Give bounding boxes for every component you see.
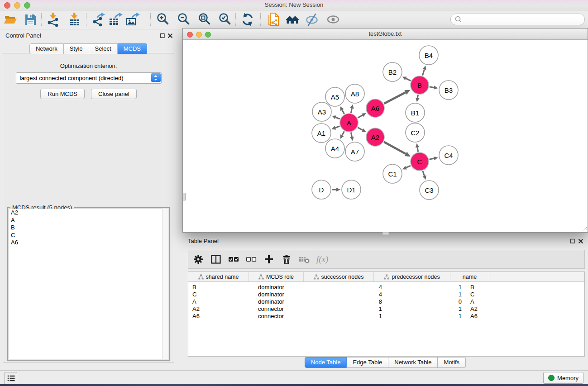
select-all-icon[interactable] [228,254,239,265]
float-table-panel-icon[interactable] [570,238,575,244]
result-item-a2[interactable]: A2 [9,209,168,217]
edge-C-C4[interactable] [429,158,434,159]
column-header-predecessor-nodes[interactable]: predecessor nodes [374,272,450,281]
export-table-icon[interactable] [108,12,123,27]
node-B1[interactable]: B1 [406,103,425,122]
edge-A6-B[interactable] [384,92,406,104]
node-B[interactable]: B [411,76,429,94]
search-input[interactable] [463,16,573,24]
open-session-icon[interactable] [3,12,18,27]
table-row-c[interactable]: Cdominator41C [188,291,584,298]
task-history-button[interactable] [5,372,17,385]
node-A6[interactable]: A6 [366,99,384,117]
result-item-b[interactable]: B [9,224,168,232]
result-scrollbar[interactable] [162,209,168,359]
node-A7[interactable]: A7 [345,142,364,161]
show-column-icon[interactable] [210,254,221,265]
edge-A2-C[interactable] [384,142,406,154]
zoom-in-icon[interactable] [155,12,171,27]
hide-selected-icon[interactable] [305,12,320,27]
result-item-a[interactable]: A [9,217,168,224]
edge-C-C1[interactable] [406,166,411,167]
node-C[interactable]: C [411,152,429,171]
export-image-icon[interactable] [125,12,140,27]
node-C1[interactable]: C1 [383,164,402,183]
node-B3[interactable]: B3 [439,81,458,100]
edge-B-B1[interactable] [417,95,418,98]
edge-A-A6[interactable] [358,115,363,118]
close-panel-button[interactable]: Close panel [91,89,137,99]
memory-button[interactable]: Memory [543,372,583,384]
tab-network-table[interactable]: Network Table [388,357,438,368]
edge-B-B4[interactable] [422,70,424,76]
import-table-icon[interactable] [67,12,82,27]
refresh-layout-icon[interactable] [240,12,255,27]
node-B4[interactable]: B4 [419,46,438,65]
node-C4[interactable]: C4 [439,146,458,165]
node-A[interactable]: A [340,114,358,132]
column-header-name[interactable]: name [450,272,489,281]
node-C3[interactable]: C3 [420,181,439,200]
edge-C-C3[interactable] [423,171,425,176]
node-A4[interactable]: A4 [325,139,344,158]
home-icon[interactable] [285,12,300,27]
settings-gear-icon[interactable] [193,254,204,265]
tab-style[interactable]: Style [64,43,89,54]
tab-mcds[interactable]: MCDS [118,43,147,54]
node-B2[interactable]: B2 [383,62,402,81]
edge-A-A4[interactable] [342,131,344,135]
edge-A-A2[interactable] [358,128,363,130]
delete-table-icon[interactable] [299,254,310,265]
close-table-panel-icon[interactable] [578,238,583,244]
tab-node-table[interactable]: Node Table [305,357,347,368]
edge-B-B3[interactable] [430,87,434,88]
edge-A-A8[interactable] [351,108,352,113]
optimization-select[interactable]: largest connected component (directed) [16,72,162,84]
table-row-a[interactable]: Adominator80A [188,298,584,305]
table-row-a6[interactable]: A6connector11A6 [188,312,584,319]
zoom-fit-icon[interactable] [197,12,212,27]
new-network-file-icon[interactable] [266,12,282,27]
node-D1[interactable]: D1 [342,180,361,199]
node-D[interactable]: D [312,180,331,199]
close-panel-icon[interactable] [167,33,173,38]
table-row-b[interactable]: Bdominator41B [188,283,584,291]
tab-edge-table[interactable]: Edge Table [347,357,388,368]
resize-grip-icon[interactable] [581,225,587,232]
node-A2[interactable]: A2 [366,128,384,146]
panel-divider-grip[interactable] [183,193,186,200]
node-A8[interactable]: A8 [345,84,364,103]
node-A5[interactable]: A5 [325,87,344,106]
node-A1[interactable]: A1 [312,124,331,143]
show-selected-icon[interactable] [325,12,341,27]
edge-B-B2[interactable] [406,78,411,81]
search-box[interactable] [450,14,585,25]
save-session-icon[interactable] [23,12,38,27]
column-header-MCDS-role[interactable]: MCDS role [249,272,304,281]
edge-A-A3[interactable] [336,117,340,119]
tab-select[interactable]: Select [89,43,118,54]
edge-A-A5[interactable] [342,110,344,114]
node-A3[interactable]: A3 [312,102,331,121]
edge-A-A7[interactable] [351,133,352,137]
add-column-icon[interactable] [263,254,274,265]
edge-C-C2[interactable] [417,148,418,152]
deselect-all-icon[interactable] [246,254,257,265]
edge-A-A1[interactable] [335,126,340,128]
column-header-shared-name[interactable]: shared name [188,272,249,281]
result-item-a6[interactable]: A6 [9,239,168,247]
column-header-successor-nodes[interactable]: successor nodes [304,272,374,281]
tab-network[interactable]: Network [29,43,64,54]
import-network-icon[interactable] [46,12,61,27]
function-builder-icon[interactable]: f(x) [316,254,328,264]
run-mcds-button[interactable]: Run MCDS [40,89,85,99]
zoom-selected-icon[interactable] [217,12,233,27]
tab-motifs[interactable]: Motifs [438,357,466,368]
result-item-c[interactable]: C [9,232,168,239]
zoom-out-icon[interactable] [176,12,191,27]
float-panel-icon[interactable] [160,33,165,38]
export-network-icon[interactable] [91,12,106,27]
network-canvas[interactable]: AA6A2BCA5A8A3A1A4A7B2B4B3B1C2C4C1C3DD1 [183,40,588,232]
network-window-titlebar[interactable]: testGlobe.txt [183,29,588,40]
mcds-result-list[interactable]: A2ABCA6 [9,209,168,359]
